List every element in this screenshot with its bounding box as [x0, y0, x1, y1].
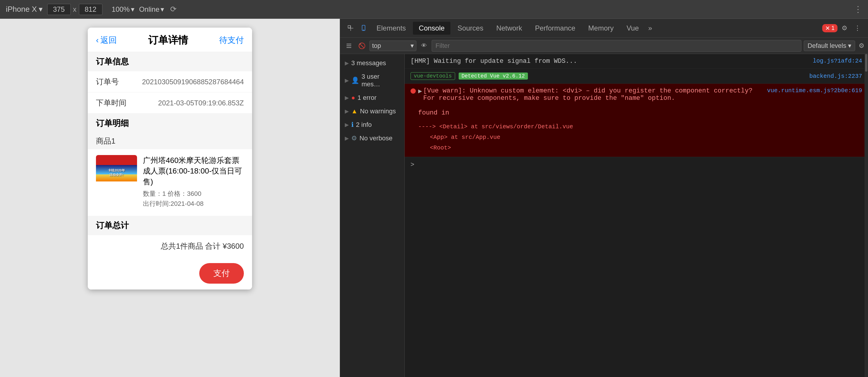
msg-group-user[interactable]: ▶ 👤 3 user mes… [340, 70, 404, 91]
arrow-icon: ▶ [345, 77, 349, 84]
tab-elements[interactable]: Elements [371, 22, 412, 35]
more-tabs-icon[interactable]: » [646, 24, 654, 32]
arrow-icon: ▶ [345, 108, 349, 115]
hmr-text: [HMR] Waiting for update signal from WDS… [410, 58, 577, 65]
arrow-icon: ▶ [345, 135, 349, 142]
devtools-content: ▶ 3 messages ▶ 👤 3 user mes… ▶ ● 1 error… [340, 54, 868, 377]
msg-verbose-count: No verbose [360, 135, 393, 142]
device-selector[interactable]: iPhone X ▾ [6, 5, 42, 14]
log-source-vue-error[interactable]: vue.runtime.esm.js?2b0e:619 [767, 87, 862, 94]
zoom-control[interactable]: 100% ▾ [112, 5, 134, 13]
vue-warn-body: found in [410, 108, 862, 118]
arrow-icon: ▶ [345, 94, 349, 101]
log-source-vue-devtools[interactable]: backend.js:2237 [809, 73, 862, 80]
zoom-chevron-icon: ▾ [131, 5, 134, 13]
order-time-label: 下单时间 [96, 98, 126, 108]
log-item-vue-error: ▶ [Vue warn]: Unknown custom element: <d… [405, 84, 868, 157]
order-time-value: 2021-03-05T09:19:06.853Z [158, 99, 244, 107]
phone-header: ‹ 返回 订单详情 待支付 [88, 28, 252, 52]
svg-rect-5 [346, 44, 351, 44]
svg-rect-7 [346, 47, 351, 48]
back-chevron-icon: ‹ [96, 35, 99, 45]
back-label: 返回 [100, 35, 117, 46]
console-output: [HMR] Waiting for update signal from WDS… [405, 54, 868, 377]
mobile-inspect-icon[interactable] [358, 22, 369, 34]
console-settings-icon[interactable]: ⚙ [859, 42, 865, 50]
vue-warn-title-row: ▶ [Vue warn]: Unknown custom element: <d… [418, 87, 862, 102]
device-name: iPhone X [6, 5, 37, 14]
live-expression-icon[interactable]: 👁 [419, 40, 429, 51]
log-source-hmr[interactable]: log.js?1afd:24 [813, 58, 862, 65]
msg-group-error[interactable]: ▶ ● 1 error [340, 91, 404, 105]
error-icon: ✕ [825, 25, 830, 32]
context-chevron-icon: ▾ [410, 42, 414, 50]
online-chevron-icon: ▾ [160, 5, 164, 13]
clear-console-icon[interactable]: 🚫 [356, 40, 367, 51]
more-options-icon[interactable]: ⋮ [854, 4, 862, 14]
devtools-tabs-bar: Elements Console Sources Network Perform… [340, 19, 868, 37]
section-order-total: 订单总计 [88, 216, 252, 235]
product-title: 商品1 [88, 133, 252, 149]
msg-group-warning[interactable]: ▶ ▲ No warnings [340, 105, 404, 118]
scrollbar-track [865, 54, 868, 377]
tab-vue[interactable]: Vue [621, 22, 645, 35]
error-count: 1 [831, 25, 835, 31]
pay-button[interactable]: 支付 [199, 263, 244, 284]
online-label: Online [139, 5, 159, 13]
devtools-more-icon[interactable]: ⋮ [851, 22, 863, 34]
order-no-value: 20210305091906885287684464 [142, 78, 244, 86]
stack-line-2: <App> at src/App.vue [418, 132, 862, 143]
msg-group-all[interactable]: ▶ 3 messages [340, 56, 404, 70]
msg-group-verbose[interactable]: ▶ ⚙ No verbose [340, 132, 404, 145]
expand-arrow-icon[interactable]: ▶ [418, 87, 422, 95]
verbose-msg-icon: ⚙ [351, 135, 357, 142]
order-no-label: 订单号 [96, 77, 119, 87]
log-item-vue-devtools: vue-devtools Detected Vue v2.6.12 backen… [405, 69, 868, 84]
messages-sidebar: ▶ 3 messages ▶ 👤 3 user mes… ▶ ● 1 error… [340, 54, 405, 377]
tab-memory[interactable]: Memory [583, 22, 620, 35]
dimension-separator: x [73, 5, 76, 13]
tab-console[interactable]: Console [413, 22, 451, 35]
vue-warn-stack: ----> <Detail> at src/views/order/Detail… [410, 121, 862, 153]
tab-performance[interactable]: Performance [529, 22, 581, 35]
height-input[interactable] [79, 4, 102, 15]
back-button[interactable]: ‹ 返回 [96, 35, 117, 46]
msg-group-info[interactable]: ▶ ℹ 2 info [340, 118, 404, 132]
devtools-panel: Elements Console Sources Network Perform… [340, 19, 868, 377]
inspect-element-icon[interactable] [345, 22, 356, 34]
product-name: 广州塔460米摩天轮游乐套票成人票(16:00-18:00-仅当日可售) [143, 155, 244, 187]
online-control[interactable]: Online ▾ [139, 5, 164, 13]
vue-devtools-badge: vue-devtools [410, 72, 455, 80]
pending-pay-label[interactable]: 待支付 [219, 35, 244, 46]
found-in-text: found in [418, 108, 862, 118]
product-item: 卡哇2020年活动全开! 广州塔460米摩天轮游乐套票成人票(16:00-18:… [88, 149, 252, 215]
vue-warn-title: [Vue warn]: Unknown custom element: <dvi… [423, 87, 767, 102]
devtools-settings-icon[interactable]: ⚙ [839, 22, 850, 34]
filter-input[interactable] [432, 40, 801, 52]
console-prompt[interactable]: > [405, 157, 868, 172]
msg-error-count: 1 error [358, 94, 376, 102]
total-text: 总共1件商品 合计 ¥3600 [161, 241, 244, 251]
svg-rect-0 [348, 26, 350, 28]
zoom-value: 100% [112, 5, 130, 13]
section-order-info: 订单信息 [88, 52, 252, 71]
vue-version-badge: Detected Vue v2.6.12 [459, 72, 528, 80]
rotate-icon[interactable]: ⟳ [169, 5, 178, 14]
main-layout: ‹ 返回 订单详情 待支付 订单信息 订单号 20210305091906885… [0, 19, 868, 377]
vue-warn-header: ▶ [Vue warn]: Unknown custom element: <d… [410, 87, 862, 102]
product-date: 出行时间:2021-04-08 [143, 199, 244, 208]
console-sidebar-toggle-icon[interactable] [344, 40, 354, 51]
order-no-row: 订单号 20210305091906885287684464 [88, 71, 252, 92]
context-selector[interactable]: top ▾ [369, 40, 416, 51]
total-row: 总共1件商品 合计 ¥3600 [88, 235, 252, 257]
tab-sources[interactable]: Sources [452, 22, 489, 35]
devtools-filter-bar: 🚫 top ▾ 👁 Default levels ▾ ⚙ [340, 37, 868, 54]
log-level-selector[interactable]: Default levels ▾ [804, 40, 855, 51]
msg-all-count: 3 messages [351, 59, 386, 67]
msg-info-count: 2 info [356, 121, 372, 128]
tab-network[interactable]: Network [490, 22, 528, 35]
width-input[interactable] [47, 4, 71, 15]
arrow-icon: ▶ [345, 121, 349, 128]
dimension-display: x [47, 4, 102, 15]
scrollbar-thumb[interactable] [865, 54, 867, 71]
